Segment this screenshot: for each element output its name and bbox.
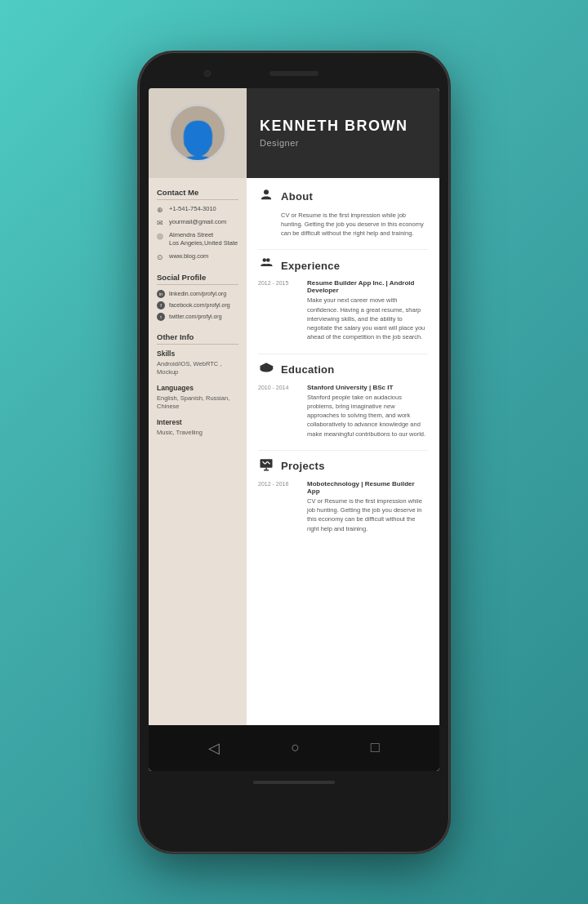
header-info: KENNETH BROWN Designer xyxy=(247,105,439,161)
experience-entry: 2012 - 2015 Resume Builder App Inc. | An… xyxy=(258,279,428,341)
projects-date: 2012 - 2016 xyxy=(258,480,301,533)
education-header: Education xyxy=(258,361,428,379)
contact-email: ✉ yourmail@gmail.com xyxy=(157,218,238,227)
social-section: Social Profile in linkedin.com/profyl.or… xyxy=(157,273,238,321)
address-text: Almendra Street Los Angeles,United State xyxy=(169,231,238,248)
phone-top-bar xyxy=(149,62,439,85)
phone-frame: 👤 KENNETH BROWN Designer Contact Me ⊕ +1… xyxy=(139,52,449,853)
social-section-title: Social Profile xyxy=(157,273,238,285)
avatar: 👤 xyxy=(168,104,227,163)
projects-title: Projects xyxy=(281,460,325,472)
education-title: Education xyxy=(281,363,335,376)
experience-section: Experience 2012 - 2015 Resume Builder Ap… xyxy=(258,256,428,341)
resume-body: Contact Me ⊕ +1-541-754-3010 ✉ yourmail@… xyxy=(149,178,439,725)
interest-value: Music, Travelling xyxy=(157,429,238,438)
experience-icon xyxy=(258,256,274,274)
languages-label: Languages xyxy=(157,384,238,392)
about-title: About xyxy=(281,190,313,203)
phone-bottom xyxy=(149,771,439,794)
education-date: 2010 - 2014 xyxy=(258,384,301,439)
twitter-text: twitter.com/profyl.org xyxy=(169,314,222,319)
facebook-text: facebook.com/profyl.org xyxy=(169,302,230,308)
experience-header: Experience xyxy=(258,256,428,274)
experience-entry-title: Resume Builder App Inc. | Android Develo… xyxy=(307,279,428,294)
contact-address: ◎ Almendra Street Los Angeles,United Sta… xyxy=(157,231,238,248)
location-icon: ◎ xyxy=(157,232,165,240)
divider-1 xyxy=(258,249,428,250)
languages-value: English, Spanish, Russian, Chinese xyxy=(157,394,238,412)
contact-website: ⊙ www.blog.com xyxy=(157,252,238,261)
contact-section: Contact Me ⊕ +1-541-754-3010 ✉ yourmail@… xyxy=(157,188,238,261)
projects-section: Projects 2012 - 2016 Mobotechnology | Re… xyxy=(258,457,428,533)
front-camera xyxy=(204,70,211,77)
education-text: Stanford people take on audacious proble… xyxy=(307,393,428,439)
navigation-bar: ◁ ○ □ xyxy=(149,725,439,771)
phone-text: +1-541-754-3010 xyxy=(169,205,216,214)
projects-icon xyxy=(258,457,274,475)
other-info-section: Other Info Skills Android/iOS, WebRTC , … xyxy=(157,332,238,438)
projects-entry: 2012 - 2016 Mobotechnology | Resume Buil… xyxy=(258,480,428,533)
twitter-icon: t xyxy=(157,313,165,321)
education-entry: 2010 - 2014 Stanford University | BSc IT… xyxy=(258,384,428,439)
education-section: Education 2010 - 2014 Stanford Universit… xyxy=(258,361,428,439)
avatar-section: 👤 xyxy=(149,88,247,178)
email-icon: ✉ xyxy=(157,219,165,227)
resume-header: 👤 KENNETH BROWN Designer xyxy=(149,88,439,178)
person-name: KENNETH BROWN xyxy=(260,118,426,135)
svg-point-1 xyxy=(263,259,267,263)
linkedin-icon: in xyxy=(157,290,165,298)
about-header: About xyxy=(258,188,428,206)
about-text: CV or Resume is the first impression whi… xyxy=(281,211,428,238)
contact-section-title: Contact Me xyxy=(157,188,238,200)
projects-text: CV or Resume is the first impression whi… xyxy=(307,497,428,533)
svg-point-2 xyxy=(266,259,270,263)
about-icon xyxy=(258,188,274,206)
linkedin-text: linkedin.com/profyl.org xyxy=(169,291,226,296)
twitter-item: t twitter.com/profyl.org xyxy=(157,313,238,321)
divider-2 xyxy=(258,354,428,354)
speaker-grille xyxy=(270,71,318,76)
projects-header: Projects xyxy=(258,457,428,475)
contact-phone: ⊕ +1-541-754-3010 xyxy=(157,205,238,214)
phone-icon: ⊕ xyxy=(157,206,165,214)
back-button[interactable]: ◁ xyxy=(208,739,220,757)
recent-button[interactable]: □ xyxy=(371,739,380,756)
education-entry-title: Stanford University | BSc IT xyxy=(307,384,428,391)
avatar-icon: 👤 xyxy=(172,122,225,163)
divider-3 xyxy=(258,450,428,451)
sidebar: Contact Me ⊕ +1-541-754-3010 ✉ yourmail@… xyxy=(149,178,247,725)
projects-body: Mobotechnology | Resume Builder App CV o… xyxy=(307,480,428,533)
experience-body: Resume Builder App Inc. | Android Develo… xyxy=(307,279,428,341)
other-info-title: Other Info xyxy=(157,332,238,345)
email-text: yourmail@gmail.com xyxy=(169,218,226,227)
projects-entry-title: Mobotechnology | Resume Builder App xyxy=(307,480,428,495)
experience-title: Experience xyxy=(281,260,340,272)
education-body: Stanford University | BSc IT Stanford pe… xyxy=(307,384,428,439)
linkedin-item: in linkedin.com/profyl.org xyxy=(157,290,238,298)
experience-text: Make your next career move with confiden… xyxy=(307,296,428,341)
home-button[interactable]: ○ xyxy=(291,739,300,756)
facebook-icon: f xyxy=(157,301,165,309)
website-text: www.blog.com xyxy=(169,252,208,261)
education-icon xyxy=(258,361,274,379)
skills-value: Android/iOS, WebRTC , Mockup xyxy=(157,360,238,377)
facebook-item: f facebook.com/profyl.org xyxy=(157,301,238,309)
web-icon: ⊙ xyxy=(157,253,165,261)
interest-label: Interest xyxy=(157,418,238,426)
person-title: Designer xyxy=(260,138,426,148)
skills-label: Skills xyxy=(157,350,238,358)
experience-date: 2012 - 2015 xyxy=(258,279,301,341)
main-content: About CV or Resume is the first impressi… xyxy=(247,178,439,725)
about-section: About CV or Resume is the first impressi… xyxy=(258,188,428,238)
svg-point-0 xyxy=(264,189,269,194)
home-indicator xyxy=(253,781,335,784)
phone-screen: 👤 KENNETH BROWN Designer Contact Me ⊕ +1… xyxy=(149,88,439,771)
